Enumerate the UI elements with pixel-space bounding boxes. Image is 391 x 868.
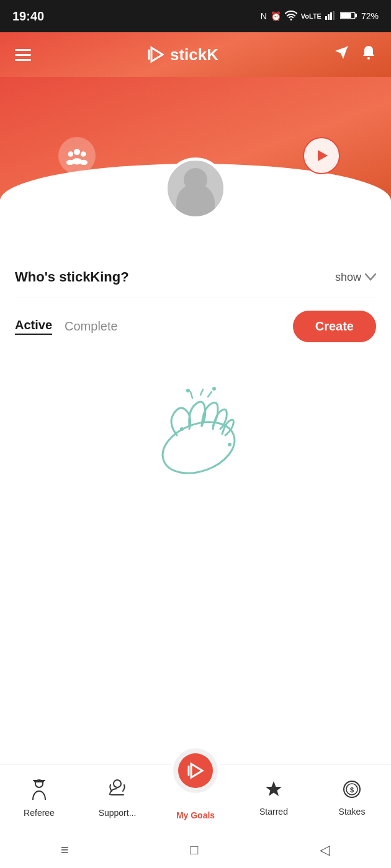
- app-logo: stickK: [146, 45, 218, 64]
- svg-rect-2: [330, 12, 332, 20]
- svg-line-20: [191, 392, 192, 398]
- volte-icon: VoLTE: [301, 12, 321, 20]
- snap-illustration: [133, 367, 258, 491]
- header-actions: [334, 45, 376, 64]
- battery-percent: 72%: [361, 11, 379, 21]
- tab-active[interactable]: Active: [15, 318, 52, 335]
- tabs-left: Active Complete: [15, 318, 118, 335]
- svg-rect-0: [325, 16, 327, 20]
- chevron-down-icon: [365, 273, 376, 281]
- nav-item-starred[interactable]: Starred: [235, 764, 313, 832]
- svg-text:$: $: [350, 786, 354, 794]
- stakes-icon: $: [343, 780, 361, 803]
- status-time: 19:40: [12, 9, 44, 24]
- logo-icon: [146, 45, 165, 64]
- stickk-logo-icon: [186, 761, 205, 780]
- starred-label: Starred: [259, 807, 288, 817]
- communities-item[interactable]: Communities: [50, 137, 104, 188]
- svg-marker-31: [191, 764, 202, 777]
- android-menu-icon[interactable]: ≡: [61, 842, 69, 858]
- mygoals-bubble: [171, 746, 220, 795]
- svg-point-14: [81, 151, 86, 157]
- communities-icon: [58, 137, 96, 174]
- show-label: show: [335, 271, 361, 284]
- notification-icon[interactable]: [361, 45, 376, 64]
- svg-marker-33: [266, 781, 282, 796]
- mygoals-icon: [178, 753, 213, 788]
- nfc-icon: N: [261, 11, 267, 21]
- avatar-container[interactable]: [164, 157, 227, 219]
- referee-label: Referee: [24, 808, 55, 818]
- status-bar: 19:40 N ⏰ VoLTE 72%: [0, 0, 391, 32]
- svg-line-22: [208, 392, 212, 397]
- logo-text: stickK: [170, 45, 218, 64]
- svg-point-17: [80, 160, 88, 165]
- svg-point-19: [156, 413, 242, 482]
- svg-point-30: [114, 780, 121, 787]
- svg-point-23: [186, 389, 190, 392]
- tabs-row: Active Complete Create: [15, 298, 376, 355]
- star-icon: [264, 780, 283, 803]
- svg-rect-6: [355, 14, 357, 17]
- support-label: Support...: [99, 808, 137, 818]
- svg-marker-18: [318, 150, 328, 161]
- whos-sticking-section: Who's stickKing? show: [15, 263, 376, 298]
- svg-line-21: [200, 389, 203, 395]
- android-nav-bar: ≡ □ ◁: [0, 832, 391, 868]
- avatar: [164, 157, 227, 219]
- svg-point-13: [68, 151, 73, 157]
- status-icons: N ⏰ VoLTE 72%: [261, 11, 379, 22]
- send-icon[interactable]: [334, 45, 349, 64]
- svg-point-26: [228, 443, 231, 446]
- nav-item-support[interactable]: Support...: [78, 764, 156, 832]
- svg-point-12: [74, 149, 80, 155]
- svg-point-16: [66, 160, 74, 165]
- alarm-icon: ⏰: [271, 11, 281, 21]
- svg-rect-3: [333, 11, 335, 20]
- android-home-icon[interactable]: □: [190, 842, 198, 858]
- svg-rect-29: [33, 780, 45, 781]
- wifi-icon: [285, 11, 297, 22]
- menu-button[interactable]: [15, 49, 31, 61]
- svg-point-24: [212, 387, 216, 391]
- support-icon: [108, 779, 127, 804]
- nav-item-stakes[interactable]: $ Stakes: [313, 764, 391, 832]
- whos-title: Who's stickKing?: [15, 269, 129, 285]
- stickflic-item[interactable]: stickKFlic: [302, 137, 341, 188]
- communities-label: Communities: [50, 178, 104, 188]
- stickflic-label: stickKFlic: [302, 178, 341, 188]
- hero-section: Communities stickKFlic: [0, 77, 391, 213]
- mygoals-label: My Goals: [176, 810, 215, 820]
- battery-icon: [340, 11, 357, 22]
- referee-icon: [30, 779, 48, 804]
- svg-marker-7: [151, 48, 163, 61]
- svg-point-25: [180, 427, 184, 431]
- nav-item-mygoals[interactable]: My Goals: [156, 764, 235, 832]
- svg-rect-5: [341, 13, 351, 18]
- svg-marker-10: [335, 46, 348, 59]
- svg-point-11: [367, 57, 370, 60]
- main-content: Who's stickKing? show Active Complete Cr…: [0, 250, 391, 503]
- app-header: stickK: [0, 32, 391, 77]
- android-back-icon[interactable]: ◁: [320, 842, 330, 858]
- bottom-nav: Referee Support... My: [0, 764, 391, 832]
- tab-complete[interactable]: Complete: [65, 319, 118, 334]
- empty-state: [15, 355, 376, 503]
- stickflic-icon: [303, 137, 340, 174]
- show-toggle[interactable]: show: [335, 271, 376, 284]
- create-button[interactable]: Create: [293, 311, 376, 342]
- stakes-label: Stakes: [339, 807, 366, 817]
- signal-icon: [325, 11, 336, 22]
- svg-rect-1: [328, 14, 330, 20]
- nav-item-referee[interactable]: Referee: [0, 764, 78, 832]
